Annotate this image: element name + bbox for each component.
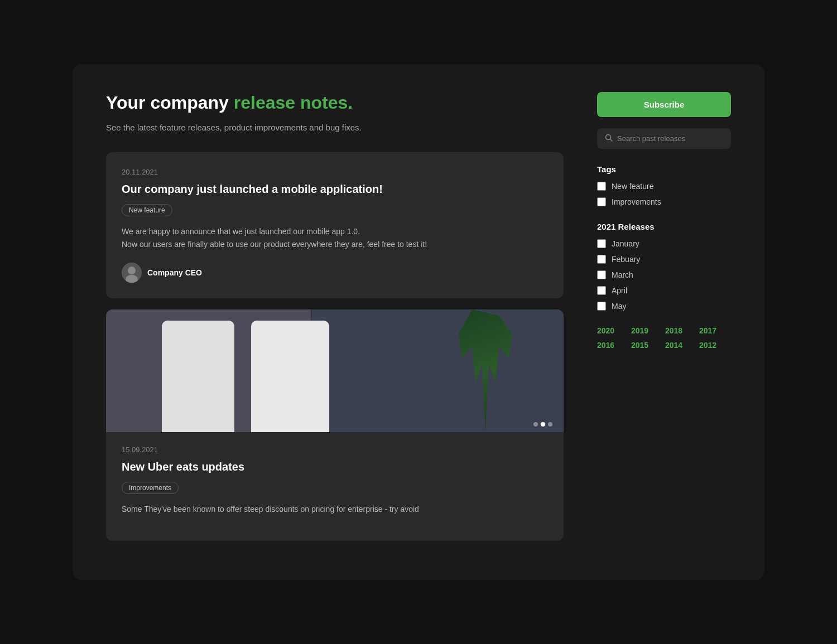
year-link-2012[interactable]: 2012 <box>699 341 731 350</box>
month-february-label: Febuary <box>612 255 640 264</box>
page-subtitle: See the latest feature releases, product… <box>106 123 564 132</box>
month-february[interactable]: Febuary <box>597 255 731 264</box>
post-title-1: Our company just launched a mobile appli… <box>122 182 548 196</box>
author-avatar-1 <box>122 263 142 283</box>
month-april[interactable]: April <box>597 286 731 295</box>
month-april-checkbox[interactable] <box>597 286 606 295</box>
sidebar: Subscribe Tags New feature Improvements <box>597 92 731 552</box>
author-name-1: Company CEO <box>147 268 202 277</box>
person2-silhouette <box>251 321 329 432</box>
post-tag-1[interactable]: New feature <box>122 204 172 216</box>
svg-point-1 <box>128 267 136 274</box>
post-card-1: 20.11.2021 Our company just launched a m… <box>106 152 564 299</box>
releases-section-title: 2021 Releases <box>597 222 731 231</box>
post-date-1: 20.11.2021 <box>122 168 548 176</box>
dot-inactive <box>533 422 538 427</box>
month-may-label: May <box>612 302 626 311</box>
post-title-2: New Uber eats updates <box>122 459 548 474</box>
search-icon <box>605 134 613 143</box>
post-body-1: We are happy to announce that we just la… <box>122 225 548 252</box>
carousel-dots <box>533 422 552 427</box>
tag-improvements[interactable]: Improvements <box>597 197 731 206</box>
month-april-label: April <box>612 286 627 295</box>
post-card-2: 15.09.2021 New Uber eats updates Improve… <box>106 309 564 541</box>
releases-section: 2021 Releases January Febuary March Apri… <box>597 222 731 311</box>
year-link-2018[interactable]: 2018 <box>665 326 697 335</box>
month-may-checkbox[interactable] <box>597 302 606 311</box>
month-january-checkbox[interactable] <box>597 239 606 248</box>
post-body-line-2: Now our users are finally able to use ou… <box>122 238 548 251</box>
month-march-label: March <box>612 270 633 279</box>
post-card-2-body: 15.09.2021 New Uber eats updates Improve… <box>106 432 564 541</box>
post-date-2: 15.09.2021 <box>122 446 548 454</box>
subscribe-button[interactable]: Subscribe <box>597 92 731 117</box>
avatar-icon <box>122 263 142 283</box>
year-link-2014[interactable]: 2014 <box>665 341 697 350</box>
search-input[interactable] <box>617 134 723 143</box>
month-january-label: January <box>612 239 639 248</box>
post-author-1: Company CEO <box>122 263 548 283</box>
month-february-checkbox[interactable] <box>597 255 606 264</box>
year-link-2019[interactable]: 2019 <box>631 326 663 335</box>
tag-new-feature[interactable]: New feature <box>597 182 731 191</box>
tag-new-feature-checkbox[interactable] <box>597 182 606 191</box>
month-march[interactable]: March <box>597 270 731 279</box>
svg-line-4 <box>610 139 613 142</box>
tag-improvements-label: Improvements <box>612 197 661 206</box>
search-box[interactable] <box>597 128 731 149</box>
tags-section: Tags New feature Improvements <box>597 164 731 206</box>
year-link-2020[interactable]: 2020 <box>597 326 629 335</box>
main-content: Your company release notes. See the late… <box>106 92 564 552</box>
dot-inactive-2 <box>548 422 552 427</box>
page-title: Your company release notes. <box>106 92 564 113</box>
month-january[interactable]: January <box>597 239 731 248</box>
post-tag-2[interactable]: Improvements <box>122 482 179 494</box>
tags-section-title: Tags <box>597 164 731 174</box>
post-body-2: Some They've been known to offer steep d… <box>122 503 548 516</box>
page-title-accent: release notes. <box>234 93 353 113</box>
year-link-2017[interactable]: 2017 <box>699 326 731 335</box>
page-title-prefix: Your company <box>106 93 234 113</box>
tag-improvements-checkbox[interactable] <box>597 197 606 206</box>
year-links: 2020 2019 2018 2017 2016 2015 2014 2012 <box>597 326 731 350</box>
post-body-line-1: We are happy to announce that we just la… <box>122 225 548 239</box>
tag-new-feature-label: New feature <box>612 182 653 191</box>
dot-active <box>541 422 545 427</box>
right-bg <box>312 309 564 432</box>
year-link-2016[interactable]: 2016 <box>597 341 629 350</box>
page-container: Your company release notes. See the late… <box>73 64 764 580</box>
post-image-2 <box>106 309 564 432</box>
month-march-checkbox[interactable] <box>597 270 606 279</box>
person1-silhouette <box>162 321 234 432</box>
month-may[interactable]: May <box>597 302 731 311</box>
year-link-2015[interactable]: 2015 <box>631 341 663 350</box>
